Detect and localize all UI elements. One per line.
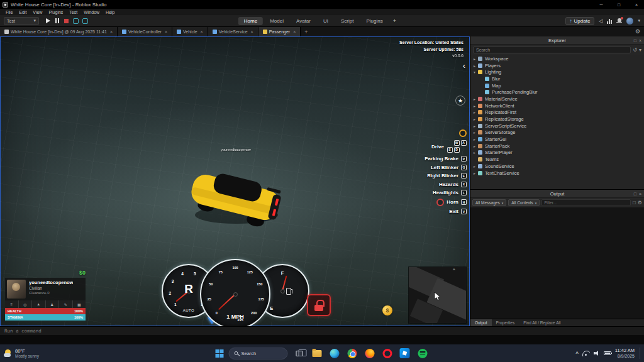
panel-close-icon[interactable]: × — [639, 38, 641, 43]
tree-expand-icon[interactable]: ▸ — [474, 110, 478, 114]
tab-close-icon[interactable]: × — [201, 30, 203, 34]
dock-tab[interactable]: Find All / Replace All — [519, 319, 565, 326]
tree-expand-icon[interactable]: ▸ — [474, 63, 478, 68]
explorer-item[interactable]: ▸ SoundService — [470, 163, 644, 170]
explorer-item[interactable]: ▸ ReplicatedFirst — [470, 109, 644, 116]
menu-item[interactable]: File — [3, 10, 16, 14]
explorer-item[interactable]: ▸ ServerStorage — [470, 129, 644, 136]
tree-expand-icon[interactable]: ▸ — [474, 144, 478, 148]
edit-icon[interactable]: ✎ — [59, 300, 73, 308]
alert-icon[interactable]: ▲ — [32, 300, 46, 308]
taskbar-app-file-explorer[interactable] — [311, 346, 323, 360]
stats-icon[interactable] — [607, 18, 612, 24]
explorer-item[interactable]: ▸ NetworkClient — [470, 102, 644, 109]
ribbon-tab[interactable]: Home — [238, 17, 263, 25]
menu-item[interactable]: Plugins — [45, 10, 66, 14]
client-server-toggle-icon[interactable] — [73, 18, 79, 24]
view-options-icon[interactable]: □ — [633, 200, 636, 206]
filter-dropdown-icon[interactable]: ▾ — [639, 47, 641, 53]
ribbon-tab[interactable]: UI — [318, 17, 334, 25]
weather-widget[interactable]: 80°F Mostly sunny — [4, 348, 39, 359]
dock-tab[interactable]: Output — [470, 319, 492, 326]
chevron-down-icon[interactable]: ▾ — [638, 18, 640, 23]
taskbar-app-task-view[interactable] — [293, 346, 306, 360]
tree-expand-icon[interactable]: ▸ — [474, 57, 478, 61]
tree-expand-icon[interactable]: ▸ — [474, 150, 478, 155]
taskbar-app-opera[interactable] — [381, 346, 394, 360]
taskbar-clock[interactable]: 11:42 AM 8/9/2025 — [615, 348, 635, 359]
explorer-item[interactable]: Teams — [470, 156, 644, 163]
taskbar-app-spotify[interactable] — [416, 346, 429, 360]
minimap-expand-chevron-icon[interactable]: ^ — [453, 267, 455, 273]
notifications-bell-icon[interactable] — [616, 18, 622, 24]
tab-close-icon[interactable]: × — [293, 30, 296, 34]
explorer-item[interactable]: ▾ Lighting — [470, 69, 644, 75]
document-tab[interactable]: VehicleController × — [118, 27, 172, 36]
document-tab[interactable]: VehicleService × — [208, 27, 258, 36]
contexts-filter-dropdown[interactable]: All Contexts ▾ — [508, 199, 540, 206]
tree-expand-icon[interactable]: ▾ — [474, 70, 478, 74]
taskbar-search[interactable]: Search — [229, 348, 288, 359]
explorer-item[interactable]: ▸ StarterPlayer — [470, 150, 644, 156]
search-history-icon[interactable]: ↺ — [633, 47, 637, 53]
hud-collapse-chevron-icon[interactable]: ‹ — [463, 63, 465, 69]
play-button[interactable] — [46, 18, 50, 23]
messages-filter-dropdown[interactable]: All Messages ▾ — [472, 199, 506, 206]
explorer-search-input[interactable] — [473, 47, 631, 53]
inventory-icon[interactable]: ▦ — [73, 300, 86, 308]
tree-expand-icon[interactable]: ▸ — [474, 137, 478, 141]
account-avatar[interactable] — [626, 18, 633, 25]
panel-float-icon[interactable]: □ — [634, 192, 636, 196]
command-bar-input[interactable] — [0, 328, 644, 334]
battery-icon[interactable] — [604, 351, 611, 355]
tray-expand-chevron-icon[interactable]: ^ — [575, 351, 579, 356]
tab-settings-gear-icon[interactable]: ⚙ — [635, 28, 640, 35]
share-icon[interactable]: ◁ — [599, 18, 602, 24]
explorer-item[interactable]: ▸ Workspace — [470, 55, 644, 62]
minimize-button[interactable]: ─ — [594, 0, 609, 9]
menu-icon[interactable]: ≡ — [5, 300, 19, 308]
output-log-area[interactable] — [470, 207, 644, 319]
document-tab[interactable]: Vehicle × — [172, 27, 208, 36]
tab-close-icon[interactable]: × — [165, 30, 167, 34]
tree-expand-icon[interactable]: ▸ — [474, 104, 478, 108]
start-button[interactable] — [216, 349, 224, 358]
document-tab[interactable]: Passenger × — [258, 27, 301, 36]
volume-icon[interactable] — [594, 351, 600, 356]
update-button[interactable]: ↑ Update — [565, 17, 595, 25]
panel-close-icon[interactable]: × — [639, 192, 641, 196]
explorer-item[interactable]: ▸ MaterialService — [470, 96, 644, 102]
menu-item[interactable]: Test — [66, 10, 80, 14]
tree-expand-icon[interactable]: ▸ — [474, 130, 478, 134]
show-desktop-button[interactable] — [640, 348, 641, 359]
maximize-button[interactable]: □ — [611, 0, 626, 9]
output-settings-gear-icon[interactable]: ⚙ — [638, 200, 642, 206]
output-filter-input[interactable] — [541, 199, 631, 206]
menu-item[interactable]: Edit — [16, 10, 30, 14]
tree-expand-icon[interactable]: ▸ — [474, 171, 478, 175]
explorer-item[interactable]: ▸ TextChatService — [470, 170, 644, 177]
ribbon-tab[interactable]: Plugins — [360, 17, 388, 25]
dock-tab[interactable]: Properties — [492, 319, 519, 326]
test-mode-dropdown[interactable]: Test ▾ — [4, 17, 39, 25]
explorer-item[interactable]: ▸ ServerScriptService — [470, 123, 644, 129]
menu-item[interactable]: Help — [103, 10, 118, 14]
explorer-item[interactable]: PurchasePendingBlur — [470, 89, 644, 96]
target-icon[interactable]: ◎ — [19, 300, 33, 308]
taskbar-app-chrome[interactable] — [346, 346, 358, 360]
explorer-item[interactable]: ▸ StarterGui — [470, 136, 644, 143]
new-tab-button[interactable]: + — [301, 27, 311, 36]
character-icon[interactable]: ♟ — [46, 300, 60, 308]
taskbar-app-roblox-studio[interactable] — [399, 346, 411, 360]
explorer-item[interactable]: ▸ ReplicatedStorage — [470, 116, 644, 123]
explorer-item[interactable]: Blur — [470, 75, 644, 82]
panel-float-icon[interactable]: □ — [634, 38, 636, 43]
explorer-item[interactable]: ▸ Players — [470, 62, 644, 69]
explorer-item[interactable]: ▸ StarterPack — [470, 143, 644, 150]
menu-item[interactable]: View — [30, 10, 45, 14]
stop-button[interactable] — [64, 19, 69, 23]
tree-expand-icon[interactable]: ▸ — [474, 117, 478, 121]
tree-expand-icon[interactable]: ▸ — [474, 124, 478, 128]
tab-close-icon[interactable]: × — [110, 30, 113, 34]
document-tab[interactable]: White House Core [In-Dev] @ 09 Aug 2025 … — [0, 27, 118, 36]
